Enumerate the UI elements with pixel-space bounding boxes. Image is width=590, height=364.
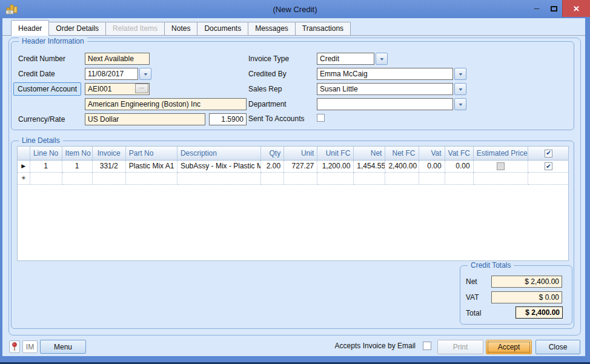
net-total-field: $ 2,400.00 [491,276,562,288]
empty-cell[interactable] [125,172,177,184]
empty-cell[interactable] [177,172,260,184]
customer-account-browse-button[interactable]: ... [135,84,148,93]
col-unit-fc[interactable]: Unit FC [317,147,354,160]
row-selector-new[interactable]: ✳ [18,172,30,184]
cell-unit-fc[interactable]: 1,200.00 [317,160,354,172]
tab-documents[interactable]: Documents [197,22,248,35]
row-selector-current[interactable]: ▶ [18,160,30,172]
col-item-no[interactable]: Item No [62,147,92,160]
credit-number-field[interactable]: Next Available [85,53,150,65]
cell-line-no[interactable]: 1 [30,160,62,172]
col-unit[interactable]: Unit [284,147,317,160]
cell-vat[interactable]: 0.00 [419,160,445,172]
empty-cell[interactable] [92,172,125,184]
tab-header[interactable]: Header [11,20,49,36]
customer-account-button[interactable]: Customer Account [13,82,81,96]
accepts-invoice-by-email-label: Accepts Invoice by Email [330,342,416,350]
credit-date-field[interactable]: 11/08/2017 [85,68,138,80]
line-details-grid[interactable]: Line No Item No Invoice Part No Descript… [17,146,569,261]
credit-number-label: Credit Number [18,53,65,65]
col-estimated-price[interactable]: Estimated Price [473,147,528,160]
close-button[interactable]: Close [535,340,580,354]
currency-field[interactable]: US Dollar [85,113,205,125]
accepts-invoice-by-email-checkbox[interactable]: ✔ [423,342,431,350]
empty-cell[interactable] [30,172,62,184]
col-part-no[interactable]: Part No [125,147,177,160]
credit-totals-group: Credit Totals Net $ 2,400.00 VAT $ 0.00 … [460,265,572,325]
pin-button[interactable] [9,340,20,353]
col-invoice[interactable]: Invoice [92,147,125,160]
empty-select-cell[interactable] [528,172,569,184]
sent-to-accounts-checkbox[interactable]: ✔ [317,114,325,122]
maximize-button[interactable] [545,0,562,17]
credited-by-dropdown-button[interactable]: ▼ [454,68,466,80]
tab-order-details[interactable]: Order Details [48,22,106,35]
cell-net-fc[interactable]: 2,400.00 [385,160,419,172]
maximize-icon [551,6,557,12]
select-all-checkbox[interactable]: ✔ [545,150,552,157]
accept-button-label: Accept [488,342,530,352]
credit-totals-legend: Credit Totals [468,261,514,270]
department-dropdown-button[interactable]: ▼ [454,98,466,110]
vat-total-label: VAT [466,291,479,303]
cell-vat-fc[interactable]: 0.00 [445,160,473,172]
credited-by-field[interactable]: Emma McCaig [317,68,453,80]
invoice-type-label: Invoice Type [248,53,289,65]
invoice-type-field[interactable]: Credit [317,53,374,65]
cell-part-no[interactable]: Plastic Mix A1 [125,160,177,172]
col-vat-fc[interactable]: Vat FC [445,147,473,160]
grand-total-label: Total [466,307,481,319]
col-vat[interactable]: Vat [419,147,445,160]
cell-description[interactable]: SubAssy - Mix - Plastic Mi... [177,160,260,172]
tab-notes[interactable]: Notes [164,22,197,35]
currency-rate-label: Currency/Rate [18,113,65,125]
col-net[interactable]: Net [354,147,385,160]
empty-cell[interactable] [62,172,92,184]
sent-to-accounts-label: Sent To Accounts [248,113,305,125]
close-window-button[interactable]: ✕ [562,0,590,17]
header-information-legend: Header Information [19,37,87,45]
invoice-type-dropdown-button[interactable]: ▼ [376,53,388,65]
row-select-checkbox[interactable]: ✔ [545,162,552,170]
tab-transactions[interactable]: Transactions [295,22,351,35]
table-row[interactable]: ▶ 1 1 331/2 Plastic Mix A1 SubAssy - Mix… [18,160,569,172]
sales-rep-field[interactable]: Susan Little [317,83,453,95]
credit-date-dropdown-button[interactable]: ▼ [139,68,151,80]
col-select-all[interactable]: ✔ [528,147,569,160]
grid-header-row: Line No Item No Invoice Part No Descript… [18,147,569,160]
cell-estimated-price[interactable]: ✔ [473,160,528,172]
cell-invoice[interactable]: 331/2 [92,160,125,172]
accept-button[interactable]: Accept [486,340,532,354]
cell-item-no[interactable]: 1 [62,160,92,172]
cell-unit[interactable]: 727.27 [284,160,317,172]
chevron-down-icon: ▼ [457,72,463,76]
exchange-rate-field[interactable]: 1.5900 [209,113,247,125]
vat-total-field: $ 0.00 [491,291,562,303]
empty-cell[interactable] [445,172,473,184]
cell-qty[interactable]: 2.00 [261,160,284,172]
empty-cell[interactable] [261,172,284,184]
customer-name-field[interactable]: American Engineering (Boston) Inc [85,98,247,110]
col-net-fc[interactable]: Net FC [385,147,419,160]
im-button[interactable]: IM [22,340,38,353]
menu-button[interactable]: Menu [40,340,86,354]
sales-rep-dropdown-button[interactable]: ▼ [454,83,466,95]
empty-cell[interactable] [317,172,354,184]
app-window: (New Credit) ─ ✕ Header Order Details Re… [0,0,590,364]
cell-net[interactable]: 1,454.55 [354,160,385,172]
empty-cell[interactable] [354,172,385,184]
window-content: Header Order Details Related Items Notes… [2,18,585,356]
minimize-button[interactable]: ─ [528,0,545,17]
col-line-no[interactable]: Line No [30,147,62,160]
department-field[interactable] [317,98,453,110]
col-description[interactable]: Description [177,147,260,160]
cell-row-select[interactable]: ✔ [528,160,569,172]
empty-cell[interactable] [473,172,528,184]
empty-cell[interactable] [419,172,445,184]
empty-cell[interactable] [385,172,419,184]
new-row[interactable]: ✳ [18,172,569,184]
empty-cell[interactable] [284,172,317,184]
credited-by-label: Credited By [248,68,287,80]
col-qty[interactable]: Qty [261,147,284,160]
tab-messages[interactable]: Messages [248,22,296,35]
